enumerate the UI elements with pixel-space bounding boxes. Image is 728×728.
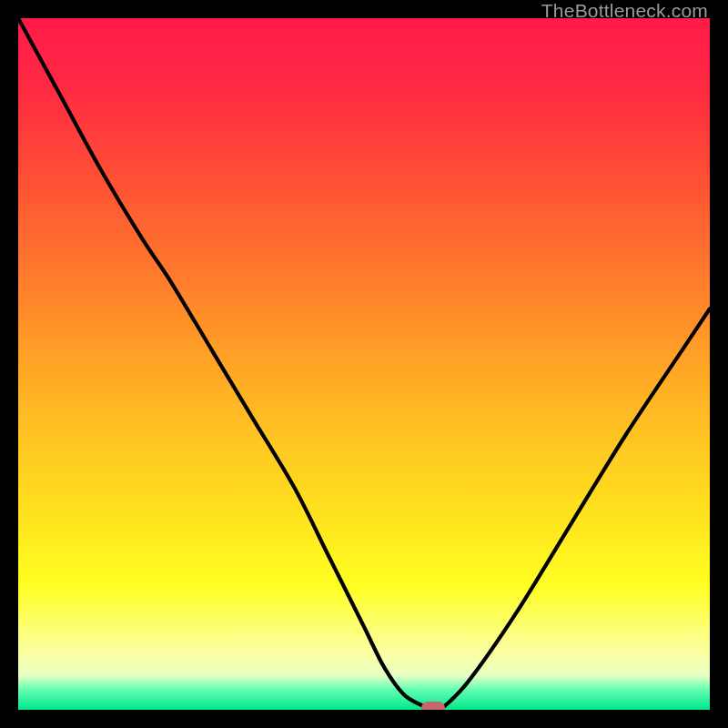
chart-container: TheBottleneck.com	[0, 0, 728, 728]
minimum-marker	[421, 702, 445, 710]
curve-svg	[18, 18, 710, 710]
plot-area	[18, 18, 710, 710]
bottleneck-curve	[18, 18, 710, 710]
